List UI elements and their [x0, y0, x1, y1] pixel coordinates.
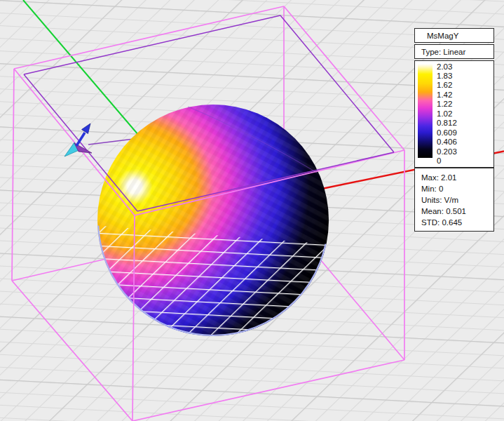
- colorbar-tick-label: 1.02: [437, 110, 452, 118]
- legend-colorbar-section: 2.03 1.83 1.62 1.42 1.22 1.02 0.812 0.60…: [414, 60, 494, 168]
- colorbar-tick-label: 0.203: [437, 148, 457, 156]
- colorbar-labels: 2.03 1.83 1.62 1.42 1.22 1.02 0.812 0.60…: [437, 64, 491, 162]
- colorbar-tick-label: 0.812: [437, 119, 457, 127]
- colorbar-tick-label: 0: [437, 157, 441, 165]
- colorbar-tick-label: 2.03: [437, 63, 452, 71]
- colorbar-tick-label: 0.406: [437, 138, 457, 146]
- stat-mean: Mean: 0.501: [421, 206, 493, 217]
- stat-max: Max: 2.01: [421, 172, 493, 183]
- colorbar-tick-label: 1.83: [437, 72, 452, 80]
- stat-units: Units: V/m: [421, 194, 493, 206]
- legend-panel[interactable]: MsMagY Type: Linear 2.03 1.83 1.62 1.42 …: [414, 28, 494, 232]
- colorbar-tick-label: 1.42: [437, 91, 452, 99]
- colorbar-gradient: [418, 64, 433, 158]
- legend-scale-type: Type: Linear: [414, 44, 494, 59]
- colorbar-tick-label: 1.22: [437, 100, 452, 108]
- stat-min: Min: 0: [421, 183, 493, 194]
- 3d-viewport[interactable]: MsMagY Type: Linear 2.03 1.83 1.62 1.42 …: [0, 0, 504, 421]
- stat-std: STD: 0.645: [421, 217, 493, 228]
- legend-title: MsMagY: [414, 28, 494, 43]
- colorbar-tick-label: 0.609: [437, 129, 457, 137]
- legend-stats: Max: 2.01 Min: 0 Units: V/m Mean: 0.501 …: [414, 168, 494, 232]
- colorbar-tick-label: 1.62: [437, 81, 452, 89]
